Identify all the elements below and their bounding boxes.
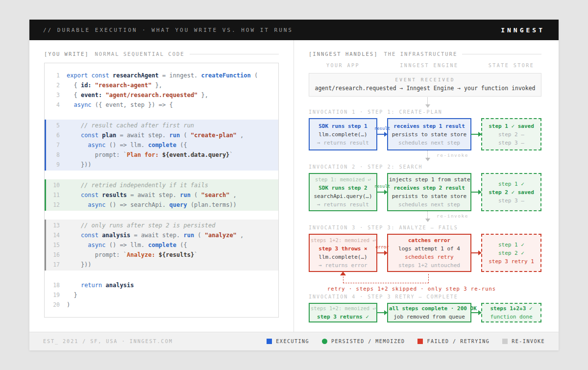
code-token: // retried independently if it fails (67, 182, 208, 189)
code-token: (plan.terms)) (187, 201, 237, 208)
reinvoke-label: re-invoke (437, 152, 468, 158)
column-your-app: YOUR APP (309, 63, 377, 68)
invocation-row: SDK runs step 1llm.complete(…)→ returns … (309, 118, 541, 150)
legend-label: FAILED / RETRYING (427, 339, 490, 344)
box-line: step 3 returns ✓ (311, 313, 375, 321)
code-line: 12 async () => searchApi. query (plan.te… (46, 200, 278, 210)
code-token: prompt: (67, 151, 123, 158)
code-token: run (170, 132, 180, 139)
code-token: () => llm. (105, 142, 148, 148)
code-token: ` (194, 251, 197, 258)
code-text: { id: "research-agent" }, (67, 80, 162, 90)
app-box: steps 1+2: memoized ↩step 3 returns ✓ (309, 303, 377, 322)
line-number: 8 (46, 150, 60, 160)
arrow-label: result (374, 184, 391, 189)
right-heading-tag: [INNGEST HANDLES] (309, 51, 378, 57)
arrow-shaft (377, 192, 385, 193)
code-line: 15 async () => llm. complete ({ (46, 240, 278, 250)
invocation-row: step 1: memoized ↩SDK runs step 2searchA… (309, 173, 541, 211)
code-token: complete (148, 142, 176, 148)
content: [YOU WRITE] NORMAL SEQUENTIAL CODE 1expo… (29, 40, 559, 332)
arrow-label: error (375, 245, 389, 249)
code-text: prompt: `Analyze: ${results}` (67, 250, 197, 260)
legend: EXECUTINGPERSISTED / MEMOIZEDFAILED / RE… (267, 339, 545, 344)
box-line: SDK runs step 2 (311, 184, 375, 192)
box-line: step 2 – (483, 131, 539, 138)
box-line: persists to state store (389, 193, 469, 200)
box-line: → returns result (311, 139, 375, 147)
column-headers: YOUR APP INNGEST ENGINE STATE STORE (309, 63, 541, 68)
legend-item: EXECUTING (267, 339, 309, 344)
store-box: steps 1+2+3 ✓function done (481, 303, 541, 322)
code-token: , (229, 192, 236, 198)
code-group: 10 // retried independently if it fails1… (45, 179, 278, 211)
box-line: job removed from queue (389, 313, 469, 321)
box-line: step 3 – (483, 139, 539, 147)
retry-loop (309, 272, 541, 285)
line-number: 18 (46, 280, 60, 290)
engine-box: receives step 1 resultpersists to state … (387, 118, 471, 150)
line-number: 14 (46, 230, 60, 240)
code-token: return (81, 282, 102, 289)
code-line: 10 // retried independently if it fails (46, 180, 278, 190)
code-text: async () => searchApi. query (plan.terms… (67, 200, 237, 210)
line-number: 3 (46, 90, 60, 100)
code-token: const (81, 132, 98, 139)
box-line: injects step 1 from state (389, 176, 469, 183)
code-token (67, 201, 88, 208)
reinvoke-line (427, 150, 428, 158)
code-token: prompt: (67, 251, 123, 258)
code-token: })) (67, 261, 92, 268)
code-token: ( (194, 232, 205, 239)
box-line: llm.complete(…) (311, 253, 375, 261)
store-box: step 1 ✓step 2 ✓ savedstep 3 – (481, 173, 541, 211)
legend-item: RE-INVOKE (502, 339, 545, 344)
infrastructure-section: [INNGEST HANDLES] THE INFRASTRUCTURE YOU… (294, 40, 559, 332)
column-inngest-engine: INNGEST ENGINE (387, 63, 471, 68)
code-token: async (88, 142, 105, 148)
code-token: Analyze: (127, 251, 159, 258)
code-token: ` (229, 151, 233, 158)
line-number: 19 (46, 290, 60, 300)
code-group: 1export const researchAgent = inngest. c… (45, 70, 278, 111)
invocation-row: steps 1+2: memoized ↩step 3 throws ×llm.… (309, 234, 541, 272)
arrow-head (384, 132, 388, 137)
arrow-head (384, 190, 388, 195)
code-line: 6 const plan = await step. run ( "create… (46, 130, 278, 140)
code-line: 20) (46, 300, 278, 310)
code-token: })) (67, 161, 92, 168)
box-line: → returns result (311, 201, 375, 208)
code-token: ({ (176, 242, 187, 248)
code-text: // result cached after first run (67, 121, 194, 130)
line-number: 17 (46, 260, 60, 270)
topbar-title: // DURABLE EXECUTION · WHAT YOU WRITE VS… (43, 27, 293, 33)
code-token: createFunction (201, 72, 251, 79)
code-line: 11 const results = await step. run ( "se… (46, 190, 278, 200)
code-text: prompt: `Plan for: ${event.data.query}` (67, 150, 233, 160)
line-number: 15 (46, 240, 60, 250)
code-token: plan (98, 132, 116, 139)
retry-loop-path (343, 274, 429, 283)
line-number: 10 (46, 180, 60, 190)
box-line: persists to state store (389, 131, 469, 138)
code-token: = inngest. (159, 72, 201, 79)
box-line: SDK runs step 1 (311, 123, 375, 130)
code-token: ` (123, 151, 127, 158)
code-token (67, 192, 81, 198)
arrow-shaft (471, 192, 479, 193)
code-text: // only runs after step 2 is persisted (67, 221, 215, 230)
code-token: analysis (98, 232, 130, 239)
code-token: "search" (201, 192, 230, 198)
box-line: step 3 – (483, 197, 539, 204)
code-token: async (88, 201, 105, 208)
code-text: } (67, 290, 77, 300)
reinvoke-label: re-invoke (437, 213, 468, 219)
flow-arrow-icon (471, 118, 481, 150)
engine-box: all steps complete · 200 OKjob removed f… (387, 303, 471, 322)
code-token: }, (197, 92, 208, 99)
flow-arrow-icon: result (377, 118, 387, 150)
code-token: () => llm. (105, 242, 148, 248)
code-token: run (180, 192, 191, 198)
arrow-shaft (471, 134, 479, 135)
store-box: step 1 ✓ savedstep 2 –step 3 – (481, 118, 541, 150)
